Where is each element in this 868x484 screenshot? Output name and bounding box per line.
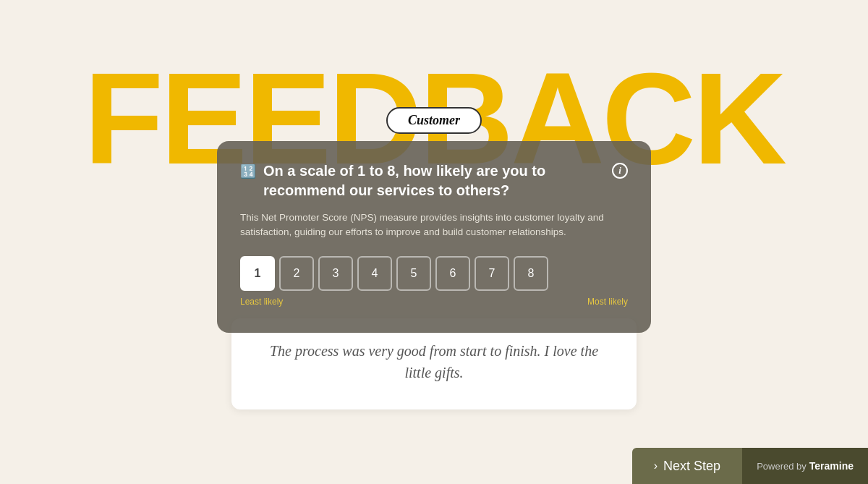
scale-btn-3[interactable]: 3 bbox=[318, 256, 353, 291]
scale-btn-6[interactable]: 6 bbox=[435, 256, 470, 291]
arrow-icon: › bbox=[654, 459, 658, 472]
123-icon: 🔢 bbox=[240, 164, 256, 179]
scale-btn-5[interactable]: 5 bbox=[396, 256, 431, 291]
least-likely-label: Least likely bbox=[240, 297, 283, 307]
next-step-button[interactable]: › Next Step bbox=[632, 448, 742, 484]
customer-badge: Customer bbox=[386, 107, 482, 134]
next-step-label: Next Step bbox=[663, 459, 720, 474]
bottom-bar: › Next Step Powered by Teramine bbox=[632, 448, 868, 484]
scale-labels: Least likely Most likely bbox=[240, 297, 628, 307]
most-likely-label: Most likely bbox=[587, 297, 628, 307]
powered-by-section: Powered by Teramine bbox=[742, 448, 868, 484]
scale-btn-4[interactable]: 4 bbox=[357, 256, 392, 291]
question-title: On a scale of 1 to 8, how likely are you… bbox=[263, 161, 612, 200]
powered-by-label: Powered by bbox=[757, 461, 807, 472]
nps-card: 🔢 On a scale of 1 to 8, how likely are y… bbox=[217, 141, 651, 333]
powered-by-brand: Teramine bbox=[809, 460, 854, 472]
nps-description: This Net Promoter Score (NPS) measure pr… bbox=[240, 211, 628, 240]
scale-buttons: 1 2 3 4 5 6 7 8 bbox=[240, 256, 628, 291]
scale-btn-2[interactable]: 2 bbox=[279, 256, 314, 291]
scale-btn-1[interactable]: 1 bbox=[240, 256, 275, 291]
card-header-left: 🔢 On a scale of 1 to 8, how likely are y… bbox=[240, 161, 612, 200]
scale-container: 1 2 3 4 5 6 7 8 Least likely Most likely bbox=[240, 256, 628, 307]
scale-btn-8[interactable]: 8 bbox=[514, 256, 548, 291]
info-icon[interactable]: i bbox=[612, 163, 628, 179]
scale-btn-7[interactable]: 7 bbox=[475, 256, 509, 291]
testimonial-text: The process was very good from start to … bbox=[260, 340, 608, 383]
card-header: 🔢 On a scale of 1 to 8, how likely are y… bbox=[240, 161, 628, 200]
